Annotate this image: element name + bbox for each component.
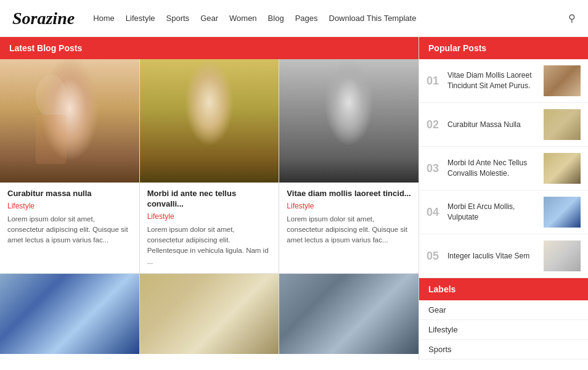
header: Sorazine Home Lifestyle Sports Gear Wome…: [0, 0, 588, 37]
blog-card-3-body: Vitae diam mollis laoreet tincid... Life…: [279, 183, 419, 252]
popular-post-5[interactable]: 05 Integer Iaculis Vitae Sem: [419, 234, 588, 278]
blog-image-4[interactable]: [0, 274, 140, 354]
popular-post-3-num: 03: [427, 162, 441, 175]
labels-section: Labels Gear Lifestyle Sports: [419, 278, 588, 360]
blog-card-3-category[interactable]: Lifestyle: [287, 202, 411, 210]
svg-point-0: [36, 75, 67, 118]
nav-download[interactable]: Download This Template: [329, 14, 417, 23]
nav-blog[interactable]: Blog: [268, 14, 284, 23]
search-icon[interactable]: ⚲: [568, 12, 576, 24]
nav-sports[interactable]: Sports: [166, 14, 190, 23]
popular-post-4-title: Morbi Et Arcu Mollis, Vulputate: [447, 202, 537, 223]
labels-header: Labels: [419, 278, 588, 300]
label-gear[interactable]: Gear: [419, 300, 588, 320]
sidebar: Popular Posts 01 Vitae Diam Mollis Laore…: [419, 37, 588, 360]
blog-card-3-image: [279, 59, 419, 183]
nav-gear[interactable]: Gear: [200, 14, 218, 23]
blog-card-1-excerpt: Lorem ipsum dolor sit amet, consectetur …: [7, 214, 132, 246]
blog-card-2-image: [140, 59, 279, 183]
popular-post-1[interactable]: 01 Vitae Diam Mollis Laoreet Tincidunt S…: [419, 59, 588, 103]
popular-post-2-title: Curabitur Massa Nulla: [447, 120, 537, 130]
blog-card-3: Vitae diam mollis laoreet tincid... Life…: [279, 59, 419, 273]
blog-card-3-excerpt: Lorem ipsum dolor sit amet, consectetur …: [287, 214, 411, 246]
popular-post-1-thumb: [544, 65, 581, 96]
nav-lifestyle[interactable]: Lifestyle: [126, 14, 155, 23]
blog-card-1: Curabitur massa nulla Lifestyle Lorem ip…: [0, 59, 140, 273]
blog-grid: Curabitur massa nulla Lifestyle Lorem ip…: [0, 59, 419, 274]
popular-post-1-num: 01: [427, 75, 441, 88]
label-lifestyle[interactable]: Lifestyle: [419, 320, 588, 340]
blog-image-5[interactable]: [140, 274, 280, 354]
popular-post-2[interactable]: 02 Curabitur Massa Nulla: [419, 103, 588, 147]
svg-rect-1: [36, 115, 67, 164]
popular-post-4-thumb: [544, 197, 581, 228]
popular-post-5-num: 05: [427, 250, 441, 263]
popular-post-1-title: Vitae Diam Mollis Laoreet Tincidunt Sit …: [447, 70, 537, 91]
content-area: Latest Blog Posts Curabitur massa nulla …: [0, 37, 419, 360]
blog-images-row: [0, 274, 419, 354]
popular-post-2-num: 02: [427, 118, 441, 131]
nav-home[interactable]: Home: [93, 14, 115, 23]
label-sports[interactable]: Sports: [419, 340, 588, 360]
blog-card-1-category[interactable]: Lifestyle: [7, 202, 132, 210]
nav-pages[interactable]: Pages: [295, 14, 318, 23]
main-layout: Latest Blog Posts Curabitur massa nulla …: [0, 37, 588, 360]
blog-card-2-excerpt: Lorem ipsum dolor sit amet, consectetur …: [147, 224, 272, 267]
popular-post-4[interactable]: 04 Morbi Et Arcu Mollis, Vulputate: [419, 191, 588, 234]
popular-posts-header: Popular Posts: [419, 37, 588, 59]
blog-card-3-title[interactable]: Vitae diam mollis laoreet tincid...: [287, 189, 411, 199]
popular-post-2-thumb: [544, 109, 581, 140]
popular-post-5-thumb: [544, 240, 581, 271]
blog-card-1-title[interactable]: Curabitur massa nulla: [7, 189, 132, 199]
main-nav: Home Lifestyle Sports Gear Women Blog Pa…: [93, 14, 568, 23]
blog-card-2-body: Morbi id ante nec tellus convalli... Lif…: [140, 183, 279, 273]
blog-card-2-category[interactable]: Lifestyle: [147, 212, 272, 221]
nav-women[interactable]: Women: [229, 14, 257, 23]
popular-post-4-num: 04: [427, 206, 441, 219]
popular-post-3[interactable]: 03 Morbi Id Ante Nec Tellus Convallis Mo…: [419, 147, 588, 191]
popular-post-5-title: Integer Iaculis Vitae Sem: [447, 251, 537, 261]
popular-post-3-title: Morbi Id Ante Nec Tellus Convallis Moles…: [447, 158, 537, 179]
logo[interactable]: Sorazine: [12, 9, 75, 28]
popular-post-3-thumb: [544, 153, 581, 184]
blog-card-2-title[interactable]: Morbi id ante nec tellus convalli...: [147, 189, 272, 210]
blog-card-1-image: [0, 59, 139, 183]
blog-card-1-body: Curabitur massa nulla Lifestyle Lorem ip…: [0, 183, 139, 252]
blog-image-6[interactable]: [279, 274, 419, 354]
latest-blog-header: Latest Blog Posts: [0, 37, 419, 59]
blog-card-2: Morbi id ante nec tellus convalli... Lif…: [140, 59, 280, 273]
